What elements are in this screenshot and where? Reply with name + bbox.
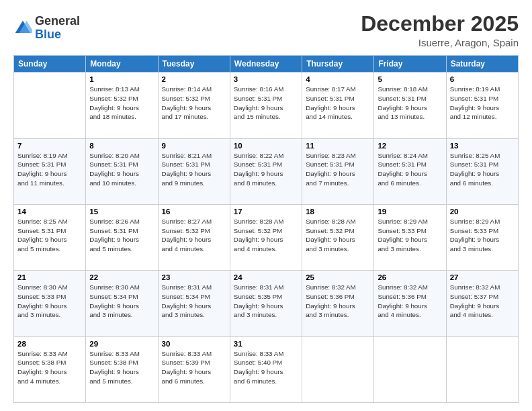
logo-general: General (35, 15, 80, 28)
day-info: Sunrise: 8:22 AMSunset: 5:31 PMDaylight:… (234, 151, 298, 188)
day-info: Sunrise: 8:32 AMSunset: 5:37 PMDaylight:… (450, 283, 515, 320)
day-info: Sunrise: 8:20 AMSunset: 5:31 PMDaylight:… (89, 151, 154, 188)
calendar-cell: 24Sunrise: 8:31 AMSunset: 5:35 PMDayligh… (230, 271, 302, 336)
day-number: 17 (234, 208, 298, 216)
calendar-cell: 13Sunrise: 8:25 AMSunset: 5:31 PMDayligh… (446, 138, 518, 204)
calendar-cell: 1Sunrise: 8:13 AMSunset: 5:32 PMDaylight… (86, 73, 158, 138)
day-info: Sunrise: 8:29 AMSunset: 5:33 PMDaylight:… (450, 217, 515, 254)
calendar-day-header: Thursday (302, 56, 374, 73)
calendar-cell: 16Sunrise: 8:27 AMSunset: 5:32 PMDayligh… (158, 204, 230, 270)
day-info: Sunrise: 8:33 AMSunset: 5:38 PMDaylight:… (17, 349, 82, 386)
day-number: 20 (450, 208, 515, 216)
calendar-cell (446, 336, 518, 402)
page: General Blue December 2025 Isuerre, Arag… (0, 0, 532, 411)
day-info: Sunrise: 8:33 AMSunset: 5:39 PMDaylight:… (162, 349, 226, 386)
day-info: Sunrise: 8:19 AMSunset: 5:31 PMDaylight:… (17, 151, 82, 188)
day-info: Sunrise: 8:25 AMSunset: 5:31 PMDaylight:… (17, 217, 82, 254)
day-info: Sunrise: 8:33 AMSunset: 5:38 PMDaylight:… (89, 349, 154, 386)
calendar-cell: 11Sunrise: 8:23 AMSunset: 5:31 PMDayligh… (302, 138, 374, 204)
calendar-cell: 25Sunrise: 8:32 AMSunset: 5:36 PMDayligh… (302, 271, 374, 336)
calendar-day-header: Monday (86, 56, 158, 73)
day-number: 14 (17, 208, 82, 216)
calendar-cell: 5Sunrise: 8:18 AMSunset: 5:31 PMDaylight… (374, 73, 446, 138)
logo-text: General Blue (35, 15, 80, 42)
day-info: Sunrise: 8:33 AMSunset: 5:40 PMDaylight:… (234, 349, 298, 386)
day-info: Sunrise: 8:30 AMSunset: 5:34 PMDaylight:… (89, 283, 154, 320)
calendar-week-row: 14Sunrise: 8:25 AMSunset: 5:31 PMDayligh… (14, 204, 519, 270)
day-number: 4 (306, 75, 370, 83)
day-number: 9 (162, 142, 226, 150)
day-info: Sunrise: 8:31 AMSunset: 5:35 PMDaylight:… (234, 283, 298, 320)
calendar-cell: 15Sunrise: 8:26 AMSunset: 5:31 PMDayligh… (86, 204, 158, 270)
calendar-cell: 17Sunrise: 8:28 AMSunset: 5:32 PMDayligh… (230, 204, 302, 270)
location: Isuerre, Aragon, Spain (361, 37, 519, 48)
calendar-cell: 29Sunrise: 8:33 AMSunset: 5:38 PMDayligh… (86, 336, 158, 402)
calendar-table: SundayMondayTuesdayWednesdayThursdayFrid… (13, 55, 519, 403)
day-number: 19 (378, 208, 442, 216)
day-number: 26 (378, 273, 442, 281)
calendar-cell: 31Sunrise: 8:33 AMSunset: 5:40 PMDayligh… (230, 336, 302, 402)
day-info: Sunrise: 8:13 AMSunset: 5:32 PMDaylight:… (89, 85, 154, 122)
day-info: Sunrise: 8:25 AMSunset: 5:31 PMDaylight:… (450, 151, 515, 188)
title-block: December 2025 Isuerre, Aragon, Spain (361, 12, 519, 48)
day-info: Sunrise: 8:27 AMSunset: 5:32 PMDaylight:… (162, 217, 226, 254)
day-number: 30 (162, 340, 226, 348)
day-number: 8 (89, 142, 154, 150)
calendar-week-row: 21Sunrise: 8:30 AMSunset: 5:33 PMDayligh… (14, 271, 519, 336)
calendar-day-header: Sunday (14, 56, 86, 73)
logo: General Blue (13, 15, 80, 42)
day-number: 25 (306, 273, 370, 281)
day-info: Sunrise: 8:14 AMSunset: 5:32 PMDaylight:… (162, 85, 226, 122)
header: General Blue December 2025 Isuerre, Arag… (13, 12, 519, 48)
calendar-cell (302, 336, 374, 402)
day-number: 29 (89, 340, 154, 348)
day-number: 3 (234, 75, 298, 83)
logo-icon (13, 19, 32, 38)
day-info: Sunrise: 8:16 AMSunset: 5:31 PMDaylight:… (234, 85, 298, 122)
day-info: Sunrise: 8:32 AMSunset: 5:36 PMDaylight:… (306, 283, 370, 320)
day-info: Sunrise: 8:19 AMSunset: 5:31 PMDaylight:… (450, 85, 515, 122)
calendar-cell: 19Sunrise: 8:29 AMSunset: 5:33 PMDayligh… (374, 204, 446, 270)
day-number: 24 (234, 273, 298, 281)
calendar-cell: 10Sunrise: 8:22 AMSunset: 5:31 PMDayligh… (230, 138, 302, 204)
calendar-week-row: 1Sunrise: 8:13 AMSunset: 5:32 PMDaylight… (14, 73, 519, 138)
day-number: 5 (378, 75, 442, 83)
calendar-cell: 28Sunrise: 8:33 AMSunset: 5:38 PMDayligh… (14, 336, 86, 402)
day-number: 21 (17, 273, 82, 281)
day-number: 13 (450, 142, 515, 150)
day-number: 22 (89, 273, 154, 281)
day-number: 6 (450, 75, 515, 83)
day-info: Sunrise: 8:32 AMSunset: 5:36 PMDaylight:… (378, 283, 442, 320)
calendar-day-header: Wednesday (230, 56, 302, 73)
calendar-day-header: Saturday (446, 56, 518, 73)
day-number: 1 (89, 75, 154, 83)
day-info: Sunrise: 8:30 AMSunset: 5:33 PMDaylight:… (17, 283, 82, 320)
calendar-cell: 14Sunrise: 8:25 AMSunset: 5:31 PMDayligh… (14, 204, 86, 270)
day-number: 15 (89, 208, 154, 216)
day-number: 2 (162, 75, 226, 83)
day-info: Sunrise: 8:18 AMSunset: 5:31 PMDaylight:… (378, 85, 442, 122)
calendar-cell: 7Sunrise: 8:19 AMSunset: 5:31 PMDaylight… (14, 138, 86, 204)
day-number: 27 (450, 273, 515, 281)
day-number: 7 (17, 142, 82, 150)
calendar-cell (14, 73, 86, 138)
calendar-cell: 12Sunrise: 8:24 AMSunset: 5:31 PMDayligh… (374, 138, 446, 204)
day-info: Sunrise: 8:31 AMSunset: 5:34 PMDaylight:… (162, 283, 226, 320)
calendar-header-row: SundayMondayTuesdayWednesdayThursdayFrid… (14, 56, 519, 73)
calendar-day-header: Friday (374, 56, 446, 73)
calendar-cell: 8Sunrise: 8:20 AMSunset: 5:31 PMDaylight… (86, 138, 158, 204)
day-info: Sunrise: 8:29 AMSunset: 5:33 PMDaylight:… (378, 217, 442, 254)
calendar-cell: 27Sunrise: 8:32 AMSunset: 5:37 PMDayligh… (446, 271, 518, 336)
day-info: Sunrise: 8:28 AMSunset: 5:32 PMDaylight:… (306, 217, 370, 254)
calendar-cell: 6Sunrise: 8:19 AMSunset: 5:31 PMDaylight… (446, 73, 518, 138)
day-number: 28 (17, 340, 82, 348)
calendar-cell: 21Sunrise: 8:30 AMSunset: 5:33 PMDayligh… (14, 271, 86, 336)
day-number: 10 (234, 142, 298, 150)
day-number: 16 (162, 208, 226, 216)
calendar-cell: 2Sunrise: 8:14 AMSunset: 5:32 PMDaylight… (158, 73, 230, 138)
calendar-cell: 22Sunrise: 8:30 AMSunset: 5:34 PMDayligh… (86, 271, 158, 336)
day-number: 23 (162, 273, 226, 281)
calendar-cell: 4Sunrise: 8:17 AMSunset: 5:31 PMDaylight… (302, 73, 374, 138)
calendar-cell (374, 336, 446, 402)
day-info: Sunrise: 8:21 AMSunset: 5:31 PMDaylight:… (162, 151, 226, 188)
